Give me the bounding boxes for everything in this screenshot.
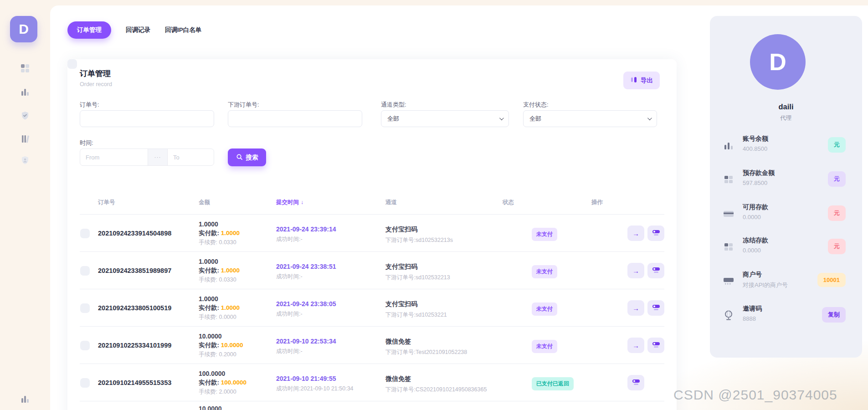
time-cell: 2021-09-10 21:49:55 成功时间:2021-09-10 21:5… [276,375,354,393]
select-all-checkbox[interactable] [67,59,77,69]
callback-toggle-button[interactable] [647,263,664,278]
channel-cell: 微信免签 下游订单号:CS20210910214950836365 [385,375,487,394]
channel-cell: 支付宝扫码 下游订单号:sd102532213s [385,226,453,244]
callback-tag-icon [652,266,660,275]
chevron-down-icon [499,116,504,120]
app-logo[interactable]: D [10,16,37,42]
profile-role: 代理 [710,114,862,122]
status-badge: 未支付 [532,228,557,241]
callback-tag-icon [652,341,660,350]
credit-card-icon [723,208,734,221]
search-icon [236,154,243,162]
time-cell: 2021-09-24 23:38:05 成功时间:- [276,300,336,318]
page-subtitle: Order record [80,81,112,87]
terminal-icon [723,275,734,289]
tab-order-management[interactable]: 订单管理 [67,21,111,39]
shield-check-icon [20,110,31,123]
range-separator: ··· [148,149,168,165]
table-row: 20210924233805100519 1.0000 实付款: 1.0000 … [80,289,664,326]
search-button[interactable]: 搜索 [228,149,266,166]
grid-icon [723,174,734,187]
row-actions: → [627,300,664,316]
profile-panel: D daili 代理 账号余额 400.8500 元 预存款金额 597.850… [710,16,862,358]
status-badge: 未支付 [532,265,557,278]
order-number: 20210910214955515353 [98,379,171,386]
downstream-order-no-label: 下游订单号: [228,101,259,109]
merchant-id-item: 商户号 对接API的商户号 10001 [710,271,862,296]
resend-arrow-button[interactable]: → [627,338,644,353]
col-header-amount: 金额 [199,199,210,206]
channel-cell: 支付宝扫码 下游订单号:sd10253221 [385,300,447,319]
callback-tag-icon [632,379,640,387]
callback-toggle-button[interactable] [647,226,664,241]
tab-callback-ip-whitelist[interactable]: 回调IP白名单 [165,26,201,34]
order-no-input[interactable] [80,110,214,127]
resend-arrow-button[interactable]: → [627,263,644,278]
sidebar-item-account[interactable] [0,155,50,168]
callback-toggle-button[interactable] [647,300,664,316]
order-number: 20210910225334101999 [98,342,171,349]
avatar: D [750,34,806,90]
downstream-order-no-input[interactable] [228,110,362,127]
row-actions [627,375,644,390]
row-actions: → [627,226,664,241]
amount-cell: 1.0000 实付款: 1.0000 手续费: 0.0330 [199,220,240,246]
sidebar-item-records[interactable] [0,133,50,146]
date-range-picker: ··· [80,149,214,166]
globe-icon [723,309,734,323]
time-cell: 2021-09-24 23:38:51 成功时间:- [276,263,336,281]
channel-cell: 微信免签 下游订单号:Test2021091052238 [385,338,467,356]
order-no-label: 订单号: [80,101,99,109]
date-to-input[interactable] [168,149,214,165]
row-checkbox[interactable] [80,378,90,388]
sort-desc-icon: ↓ [301,199,303,205]
copy-button[interactable]: 复制 [822,307,846,323]
callback-toggle-button[interactable] [647,338,664,353]
sidebar-item-reports[interactable] [0,394,50,406]
amount-cell: 10.0000 实付款: 10.0000 手续费: 0.2000 [199,333,243,359]
order-management-card: 订单管理 Order record 导出 订单号: 下游订单号: 通道类型: 支… [67,59,677,410]
amount-cell: 10.0000 [199,405,222,410]
col-header-order: 订单号 [98,199,115,206]
bar-chart-icon [20,87,31,99]
time-cell: 2021-09-10 22:53:34 成功时间:- [276,338,336,355]
callback-toggle-button[interactable] [627,375,644,390]
row-checkbox[interactable] [80,341,90,350]
col-header-submit-time[interactable]: 提交时间↓ [276,199,303,206]
sidebar-item-stats[interactable] [0,87,50,99]
order-number: 20210924233914504898 [98,230,171,237]
bar-chart-icon [20,394,31,406]
time-label: 时间: [80,139,93,147]
row-checkbox[interactable] [80,303,90,313]
status-badge: 未支付 [532,302,557,316]
shield-user-icon [20,155,31,168]
pay-status-select[interactable]: 全部 [523,110,657,127]
resend-arrow-button[interactable]: → [627,300,644,316]
sidebar-item-dashboard[interactable] [0,63,50,76]
channel-type-select[interactable]: 全部 [381,110,509,127]
date-from-input[interactable] [80,149,148,165]
table-row: 20210910225334101999 10.0000 实付款: 10.000… [80,326,664,364]
order-number: 20210924233805100519 [98,304,171,312]
callback-tag-icon [652,229,660,238]
available-deposit-item: 可用存款 0.0000 元 [710,203,862,229]
sidebar-item-security[interactable] [0,110,50,123]
profile-name: daili [710,102,862,111]
order-table-body: 20210924233914504898 1.0000 实付款: 1.0000 … [67,214,677,410]
export-button[interactable]: 导出 [623,72,660,89]
currency-badge: 元 [828,205,846,221]
row-actions: → [627,263,664,278]
tab-callback-records[interactable]: 回调记录 [126,26,150,34]
callback-tag-icon [652,304,660,313]
export-icon [630,76,637,85]
resend-arrow-button[interactable]: → [627,226,644,241]
row-checkbox[interactable] [80,229,90,238]
row-checkbox[interactable] [80,266,90,276]
watermark: CSDN @2501_90374005 [673,387,837,403]
row-actions: → [627,338,664,353]
table-row: 20210924233914504898 1.0000 实付款: 1.0000 … [80,214,664,251]
pay-status-label: 支付状态: [523,101,549,109]
amount-cell: 1.0000 实付款: 1.0000 手续费: 0.0000 [199,295,240,321]
order-number: 20210924233851989897 [98,267,171,274]
table-row-partial: 10.0000 [80,401,664,410]
